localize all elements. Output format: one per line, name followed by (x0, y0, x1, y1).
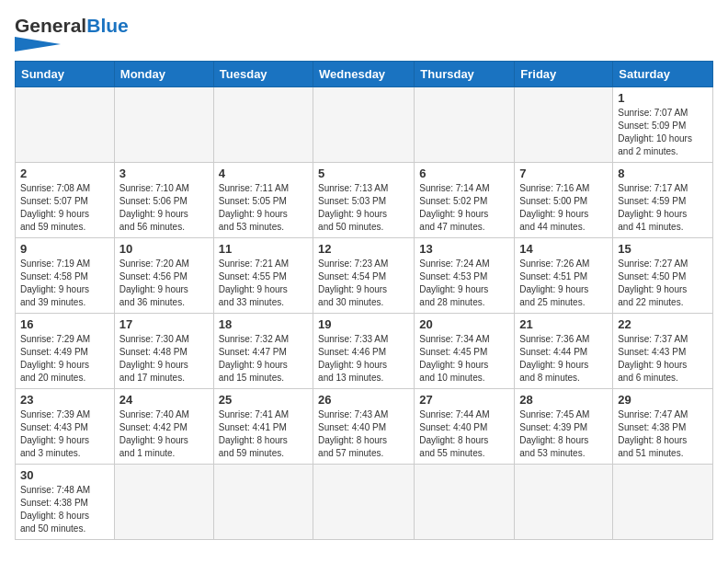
calendar-cell: 12Sunrise: 7:23 AM Sunset: 4:54 PM Dayli… (313, 238, 415, 314)
calendar-week-2: 2Sunrise: 7:08 AM Sunset: 5:07 PM Daylig… (16, 163, 713, 238)
calendar-cell: 28Sunrise: 7:45 AM Sunset: 4:39 PM Dayli… (515, 389, 613, 465)
day-number: 11 (219, 242, 308, 256)
logo-icon (15, 37, 61, 52)
calendar-cell: 25Sunrise: 7:41 AM Sunset: 4:41 PM Dayli… (213, 389, 313, 465)
calendar-cell (213, 87, 313, 163)
calendar-cell: 2Sunrise: 7:08 AM Sunset: 5:07 PM Daylig… (16, 163, 115, 238)
day-info: Sunrise: 7:10 AM Sunset: 5:06 PM Dayligh… (119, 182, 209, 234)
calendar-cell: 1Sunrise: 7:07 AM Sunset: 5:09 PM Daylig… (613, 87, 713, 163)
day-number: 6 (419, 167, 509, 180)
day-info: Sunrise: 7:39 AM Sunset: 4:43 PM Dayligh… (20, 408, 109, 460)
day-info: Sunrise: 7:16 AM Sunset: 5:00 PM Dayligh… (519, 182, 608, 234)
day-number: 23 (20, 393, 109, 407)
calendar-cell: 16Sunrise: 7:29 AM Sunset: 4:49 PM Dayli… (16, 314, 115, 389)
calendar-cell: 20Sunrise: 7:34 AM Sunset: 4:45 PM Dayli… (415, 314, 515, 389)
day-info: Sunrise: 7:26 AM Sunset: 4:51 PM Dayligh… (519, 258, 608, 309)
day-number: 17 (119, 317, 209, 331)
logo-blue: Blue (86, 15, 129, 37)
calendar-cell: 6Sunrise: 7:14 AM Sunset: 5:02 PM Daylig… (415, 163, 515, 238)
calendar-week-1: 1Sunrise: 7:07 AM Sunset: 5:09 PM Daylig… (16, 87, 713, 163)
calendar-cell: 26Sunrise: 7:43 AM Sunset: 4:40 PM Dayli… (313, 389, 415, 465)
calendar-cell: 17Sunrise: 7:30 AM Sunset: 4:48 PM Dayli… (114, 314, 213, 389)
day-info: Sunrise: 7:27 AM Sunset: 4:50 PM Dayligh… (618, 258, 708, 309)
day-number: 10 (119, 242, 209, 256)
weekday-header-friday: Friday (515, 62, 613, 87)
calendar: SundayMondayTuesdayWednesdayThursdayFrid… (15, 61, 713, 540)
weekday-header-tuesday: Tuesday (213, 62, 313, 87)
day-info: Sunrise: 7:24 AM Sunset: 4:53 PM Dayligh… (419, 258, 509, 309)
day-number: 16 (20, 317, 109, 331)
calendar-cell: 9Sunrise: 7:19 AM Sunset: 4:58 PM Daylig… (16, 238, 115, 314)
calendar-cell (16, 87, 115, 163)
day-number: 14 (519, 242, 608, 256)
day-number: 26 (318, 393, 409, 407)
day-info: Sunrise: 7:20 AM Sunset: 4:56 PM Dayligh… (119, 258, 209, 309)
svg-marker-0 (15, 37, 61, 52)
calendar-week-6: 30Sunrise: 7:48 AM Sunset: 4:38 PM Dayli… (16, 465, 713, 540)
day-info: Sunrise: 7:47 AM Sunset: 4:38 PM Dayligh… (618, 408, 708, 460)
day-info: Sunrise: 7:45 AM Sunset: 4:39 PM Dayligh… (519, 408, 608, 460)
day-number: 1 (618, 91, 708, 105)
calendar-cell: 10Sunrise: 7:20 AM Sunset: 4:56 PM Dayli… (114, 238, 213, 314)
day-info: Sunrise: 7:32 AM Sunset: 4:47 PM Dayligh… (219, 333, 308, 385)
day-info: Sunrise: 7:07 AM Sunset: 5:09 PM Dayligh… (618, 107, 708, 158)
day-number: 13 (419, 242, 509, 256)
day-info: Sunrise: 7:41 AM Sunset: 4:41 PM Dayligh… (219, 408, 308, 460)
calendar-cell: 21Sunrise: 7:36 AM Sunset: 4:44 PM Dayli… (515, 314, 613, 389)
day-info: Sunrise: 7:11 AM Sunset: 5:05 PM Dayligh… (219, 182, 308, 234)
day-number: 24 (119, 393, 209, 407)
day-info: Sunrise: 7:14 AM Sunset: 5:02 PM Dayligh… (419, 182, 509, 234)
logo: General Blue (15, 15, 129, 52)
day-info: Sunrise: 7:21 AM Sunset: 4:55 PM Dayligh… (219, 258, 308, 309)
calendar-cell: 30Sunrise: 7:48 AM Sunset: 4:38 PM Dayli… (16, 465, 115, 540)
calendar-cell (515, 465, 613, 540)
calendar-cell: 4Sunrise: 7:11 AM Sunset: 5:05 PM Daylig… (213, 163, 313, 238)
day-info: Sunrise: 7:36 AM Sunset: 4:44 PM Dayligh… (519, 333, 608, 385)
day-info: Sunrise: 7:34 AM Sunset: 4:45 PM Dayligh… (419, 333, 509, 385)
day-number: 15 (618, 242, 708, 256)
day-number: 28 (519, 393, 608, 407)
day-number: 4 (219, 167, 308, 180)
calendar-cell: 24Sunrise: 7:40 AM Sunset: 4:42 PM Dayli… (114, 389, 213, 465)
calendar-cell: 14Sunrise: 7:26 AM Sunset: 4:51 PM Dayli… (515, 238, 613, 314)
day-number: 30 (20, 468, 109, 482)
calendar-cell: 29Sunrise: 7:47 AM Sunset: 4:38 PM Dayli… (613, 389, 713, 465)
calendar-cell: 8Sunrise: 7:17 AM Sunset: 4:59 PM Daylig… (613, 163, 713, 238)
day-number: 3 (119, 167, 209, 180)
calendar-cell: 7Sunrise: 7:16 AM Sunset: 5:00 PM Daylig… (515, 163, 613, 238)
day-number: 2 (20, 167, 109, 180)
day-number: 27 (419, 393, 509, 407)
day-info: Sunrise: 7:30 AM Sunset: 4:48 PM Dayligh… (119, 333, 209, 385)
day-number: 7 (519, 167, 608, 180)
day-info: Sunrise: 7:40 AM Sunset: 4:42 PM Dayligh… (119, 408, 209, 460)
calendar-cell: 11Sunrise: 7:21 AM Sunset: 4:55 PM Dayli… (213, 238, 313, 314)
weekday-header-row: SundayMondayTuesdayWednesdayThursdayFrid… (16, 62, 713, 87)
day-number: 21 (519, 317, 608, 331)
day-number: 9 (20, 242, 109, 256)
calendar-cell: 3Sunrise: 7:10 AM Sunset: 5:06 PM Daylig… (114, 163, 213, 238)
calendar-cell (313, 465, 415, 540)
day-info: Sunrise: 7:48 AM Sunset: 4:38 PM Dayligh… (20, 484, 109, 535)
calendar-week-3: 9Sunrise: 7:19 AM Sunset: 4:58 PM Daylig… (16, 238, 713, 314)
day-number: 20 (419, 317, 509, 331)
day-info: Sunrise: 7:29 AM Sunset: 4:49 PM Dayligh… (20, 333, 109, 385)
calendar-cell: 5Sunrise: 7:13 AM Sunset: 5:03 PM Daylig… (313, 163, 415, 238)
calendar-cell: 27Sunrise: 7:44 AM Sunset: 4:40 PM Dayli… (415, 389, 515, 465)
calendar-cell: 19Sunrise: 7:33 AM Sunset: 4:46 PM Dayli… (313, 314, 415, 389)
day-number: 12 (318, 242, 409, 256)
logo-general: General (15, 15, 86, 37)
calendar-cell (213, 465, 313, 540)
calendar-cell (114, 87, 213, 163)
day-number: 25 (219, 393, 308, 407)
day-number: 8 (618, 167, 708, 180)
calendar-cell (415, 87, 515, 163)
day-info: Sunrise: 7:33 AM Sunset: 4:46 PM Dayligh… (318, 333, 409, 385)
weekday-header-monday: Monday (114, 62, 213, 87)
header: General Blue (15, 15, 713, 52)
weekday-header-sunday: Sunday (16, 62, 115, 87)
calendar-cell: 13Sunrise: 7:24 AM Sunset: 4:53 PM Dayli… (415, 238, 515, 314)
day-number: 5 (318, 167, 409, 180)
logo-brand: General Blue (15, 15, 129, 52)
calendar-week-5: 23Sunrise: 7:39 AM Sunset: 4:43 PM Dayli… (16, 389, 713, 465)
weekday-header-thursday: Thursday (415, 62, 515, 87)
